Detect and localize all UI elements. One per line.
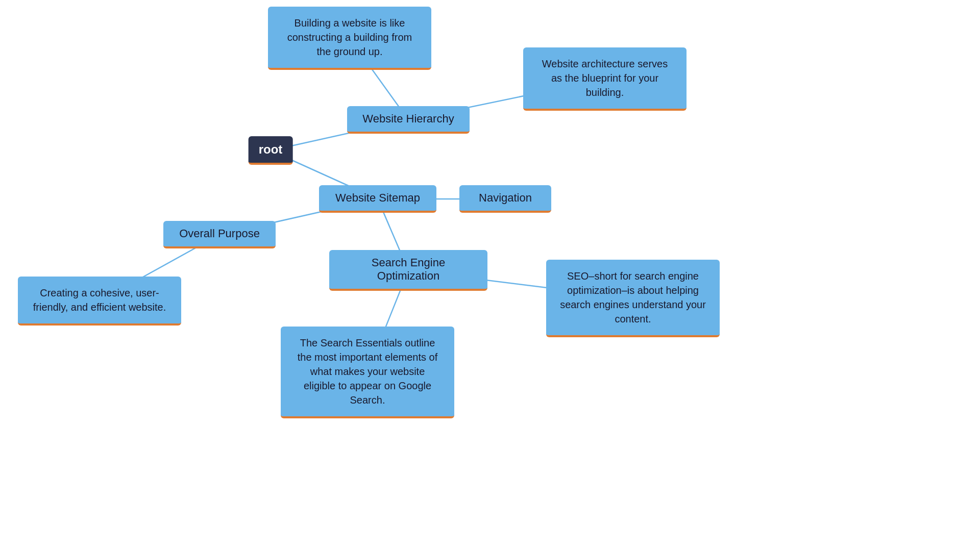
desc-building: Building a website is like constructing … bbox=[268, 7, 431, 70]
desc-essentials-text: The Search Essentials outline the most i… bbox=[298, 337, 438, 406]
root-label: root bbox=[259, 142, 283, 157]
navigation-label: Navigation bbox=[479, 191, 532, 205]
website-hierarchy-label: Website Hierarchy bbox=[362, 112, 454, 126]
website-sitemap-label: Website Sitemap bbox=[335, 191, 420, 205]
seo-label: Search Engine Optimization bbox=[339, 256, 477, 283]
node-root: root bbox=[249, 136, 293, 165]
node-overall-purpose: Overall Purpose bbox=[163, 221, 276, 248]
desc-seo-short: SEO–short for search engine optimization… bbox=[546, 260, 720, 337]
desc-architecture: Website architecture serves as the bluep… bbox=[523, 47, 687, 111]
connections-svg bbox=[0, 0, 980, 551]
node-seo: Search Engine Optimization bbox=[329, 250, 487, 291]
desc-purpose-text: Creating a cohesive, user-friendly, and … bbox=[33, 287, 166, 313]
desc-seo-short-text: SEO–short for search engine optimization… bbox=[560, 270, 706, 324]
node-website-sitemap: Website Sitemap bbox=[319, 185, 436, 213]
desc-building-text: Building a website is like constructing … bbox=[287, 17, 412, 57]
overall-purpose-label: Overall Purpose bbox=[179, 227, 260, 240]
desc-purpose: Creating a cohesive, user-friendly, and … bbox=[18, 277, 181, 325]
mind-map: root Website Sitemap Website Hierarchy O… bbox=[0, 0, 980, 551]
desc-architecture-text: Website architecture serves as the bluep… bbox=[542, 58, 668, 98]
desc-search-essentials: The Search Essentials outline the most i… bbox=[281, 327, 454, 418]
node-navigation: Navigation bbox=[459, 185, 551, 213]
node-website-hierarchy: Website Hierarchy bbox=[347, 106, 470, 134]
